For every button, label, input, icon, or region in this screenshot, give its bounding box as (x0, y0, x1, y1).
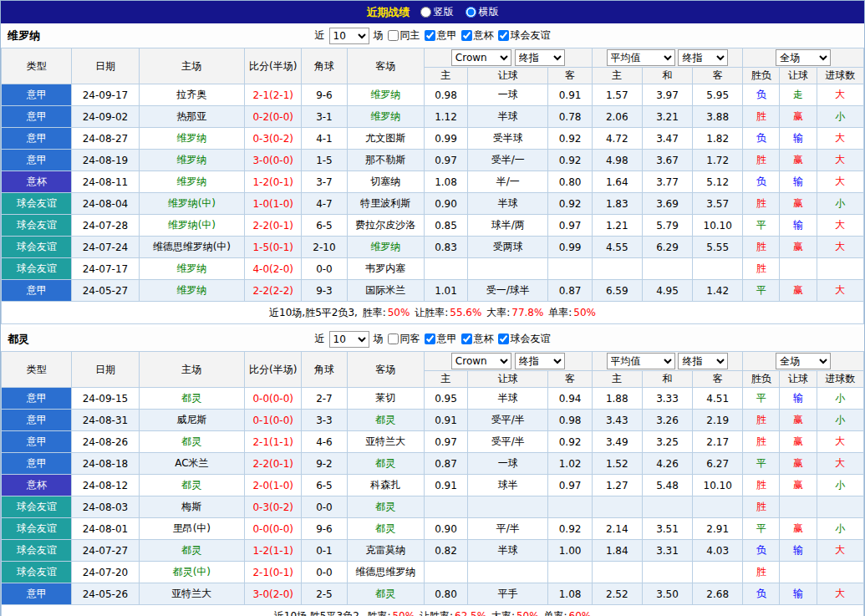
layout-vertical-option[interactable]: 竖版 (420, 5, 454, 19)
match-row: 意甲24-08-31威尼斯0-1(0-0)3-3都灵0.91受平/半0.983.… (2, 410, 864, 431)
home-team: 都灵(中) (139, 562, 244, 583)
result: 胜 (743, 431, 780, 453)
score: 1-2(1-1) (245, 540, 302, 562)
crown-home-odds: 0.91 (424, 475, 467, 496)
col-asian-home: 主 (424, 371, 467, 388)
same-venue-checkbox[interactable] (388, 30, 399, 41)
avg-home-odds: 1.83 (592, 193, 642, 215)
avg-home-odds: 1.84 (592, 540, 642, 562)
league-filter-coppa-italia[interactable]: 意杯 (461, 332, 494, 346)
horizontal-layout-radio[interactable] (466, 7, 476, 18)
away-team: 维罗纳 (347, 84, 424, 106)
match-count-select[interactable]: 10 (329, 28, 369, 44)
asian-odds-time-select[interactable]: 终指 (515, 49, 565, 66)
summary-stat-value: 60% (569, 610, 592, 616)
avg-home-odds: 3.43 (592, 410, 642, 431)
crown-home-odds: 0.91 (424, 410, 467, 431)
match-date: 24-09-15 (72, 388, 139, 410)
scope-select[interactable]: 全场 (776, 353, 831, 369)
crown-away-odds: 0.97 (548, 215, 592, 237)
score: 0-0(0-0) (245, 518, 302, 540)
goals-result: 小 (817, 193, 863, 215)
handicap-line: 半球 (468, 388, 548, 410)
avg-away-odds: 1.72 (693, 150, 743, 171)
away-team: 都灵 (347, 518, 424, 540)
same-venue-filter[interactable]: 同客 (388, 332, 420, 346)
games-label: 场 (374, 332, 384, 346)
home-team: 热那亚 (139, 106, 244, 128)
corners: 0-0 (302, 562, 347, 583)
scope-select[interactable]: 全场 (776, 49, 831, 66)
avg-away-odds: 5.12 (693, 171, 743, 193)
serie-a-checkbox[interactable] (425, 333, 435, 344)
crown-away-odds: 0.92 (548, 150, 592, 171)
handicap-line (468, 258, 548, 280)
match-count-select[interactable]: 10 (329, 331, 369, 348)
club-friendly-checkbox[interactable] (498, 333, 509, 344)
league-type: 意甲 (2, 431, 72, 453)
match-date: 24-08-31 (72, 410, 139, 431)
europe-odds-select[interactable]: 平均值 (607, 353, 675, 369)
avg-away-odds: 2.91 (693, 518, 743, 540)
team-name: 维罗纳 (8, 28, 40, 43)
bookmaker-select[interactable]: Crown (451, 353, 511, 369)
match-row: 球会友谊24-07-17维罗纳4-0(2-0)0-0韦罗内塞胜 (2, 258, 864, 280)
summary-stat-value: 50% (392, 610, 418, 616)
europe-odds-select[interactable]: 平均值 (607, 49, 675, 66)
europe-odds-time-select[interactable]: 终指 (678, 49, 728, 66)
bookmaker-select[interactable]: Crown (451, 49, 511, 66)
home-team: 维罗纳 (139, 258, 244, 280)
club-friendly-checkbox[interactable] (498, 30, 509, 41)
avg-draw-odds: 5.79 (642, 215, 692, 237)
avg-away-odds: 5.95 (693, 84, 743, 106)
goals-result: 小 (817, 388, 863, 410)
corners: 4-1 (302, 128, 347, 150)
handicap-result: 输 (780, 388, 817, 410)
league-filter-coppa-italia[interactable]: 意杯 (461, 28, 494, 43)
europe-odds-time-select[interactable]: 终指 (678, 353, 728, 369)
away-team: 切塞纳 (347, 171, 424, 193)
league-filter-serie-a[interactable]: 意甲 (425, 332, 457, 346)
serie-a-checkbox[interactable] (425, 30, 435, 41)
avg-away-odds: 3.57 (693, 193, 743, 215)
league-filter-club-friendly[interactable]: 球会友谊 (498, 332, 551, 346)
handicap-result (780, 258, 817, 280)
matches-table: 类型 日期 主场 比分(半场) 角球 客场 Crown 终指 平均值 终指 (1, 351, 864, 616)
goals-result: 大 (817, 171, 863, 193)
col-score: 比分(半场) (245, 352, 302, 388)
handicap-result: 赢 (780, 453, 817, 475)
layout-horizontal-option[interactable]: 横版 (466, 5, 499, 19)
avg-home-odds (592, 496, 642, 518)
result: 平 (743, 280, 780, 302)
handicap-result (780, 496, 817, 518)
asian-odds-time-select[interactable]: 终指 (515, 353, 565, 369)
away-team: 特里波利斯 (347, 193, 424, 215)
handicap-result: 输 (780, 171, 817, 193)
away-team: 克雷莫纳 (347, 540, 424, 562)
match-row: 球会友谊24-07-27都灵1-2(1-1)0-1克雷莫纳0.82半球1.001… (2, 540, 864, 562)
crown-away-odds: 0.80 (548, 171, 592, 193)
crown-away-odds: 0.78 (548, 106, 592, 128)
vertical-layout-radio[interactable] (420, 7, 431, 18)
col-handicap-result: 让球 (780, 371, 817, 388)
coppa-italia-checkbox[interactable] (461, 30, 472, 41)
result: 胜 (743, 410, 780, 431)
corners: 4-6 (302, 431, 347, 453)
league-filter-club-friendly[interactable]: 球会友谊 (498, 28, 551, 43)
summary-record: 近10场,胜5平3负2, (274, 610, 366, 616)
match-row: 意甲24-09-17拉齐奥2-1(2-1)9-6维罗纳0.98一球0.911.5… (2, 84, 864, 106)
same-venue-filter[interactable]: 同主 (388, 28, 420, 43)
col-handicap-result: 让球 (780, 68, 817, 84)
result: 胜 (743, 258, 780, 280)
league-type: 球会友谊 (2, 237, 72, 258)
same-venue-checkbox[interactable] (388, 333, 399, 344)
corners: 2-10 (302, 237, 347, 258)
coppa-italia-checkbox[interactable] (461, 333, 472, 344)
league-filter-serie-a[interactable]: 意甲 (425, 28, 457, 43)
home-team: 维罗纳 (139, 128, 244, 150)
league-type: 球会友谊 (2, 496, 72, 518)
handicap-line: 半球 (468, 193, 548, 215)
recent-results-panel: 近期战绩 竖版 横版 维罗纳 近 10 场 同主 (0, 0, 865, 616)
goals-result: 小 (817, 518, 863, 540)
avg-draw-odds: 3.21 (642, 106, 692, 128)
